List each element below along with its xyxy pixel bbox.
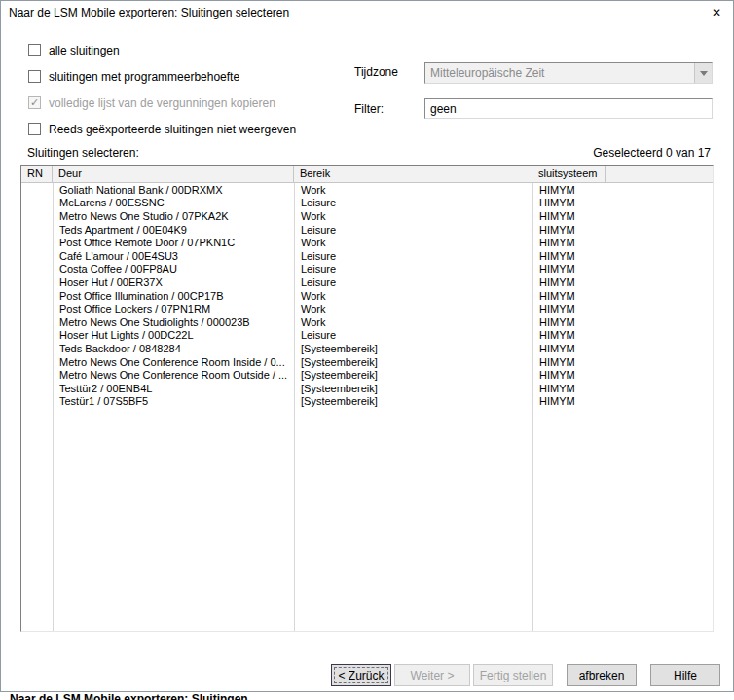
cell-bereik: Leisure xyxy=(294,250,532,262)
cell-bereik: [Systeembereik] xyxy=(294,343,532,354)
button-row: < Zurück Weiter > Fertig stellen afbreke… xyxy=(328,664,720,686)
finish-button: Fertig stellen xyxy=(473,664,553,686)
table-row[interactable]: Post Office Lockers / 07PN1RMWorkHIMYM xyxy=(21,302,713,315)
cell-bereik: Work xyxy=(294,316,532,328)
table-row[interactable]: Post Office Illumination / 00CP17BWorkHI… xyxy=(21,289,713,303)
column-header-sluitsysteem[interactable]: sluitsysteem xyxy=(532,166,606,182)
cell-sluitsysteem: HIMYM xyxy=(532,197,606,208)
table-row[interactable]: Post Office Remote Door / 07PKN1CWorkHIM… xyxy=(21,236,713,249)
titlebar: Naar de LSM Mobile exporteren: Sluitinge… xyxy=(1,1,733,24)
cell-sluitsysteem: HIMYM xyxy=(532,383,606,394)
column-header-rn[interactable]: RN xyxy=(21,166,53,182)
column-header-empty[interactable] xyxy=(606,166,713,182)
cancel-button[interactable]: afbreken xyxy=(567,664,637,686)
tijdzone-label: Tijdzone xyxy=(354,65,398,79)
table-row[interactable]: Café L'amour / 00E4SU3LeisureHIMYM xyxy=(21,249,713,263)
cell-bereik: Leisure xyxy=(294,197,532,208)
cell-bereik: [Systeembereik] xyxy=(294,356,532,368)
help-button[interactable]: Hilfe xyxy=(650,664,720,686)
table-row[interactable]: Teds Apartment / 00E04K9LeisureHIMYM xyxy=(21,223,713,237)
cell-deur: Metro News One Studiolights / 000023B xyxy=(53,316,294,328)
table-row[interactable]: Metro News One Studiolights / 000023BWor… xyxy=(21,315,713,329)
cell-deur: McLarens / 00ESSNC xyxy=(53,197,294,208)
cell-deur: Post Office Lockers / 07PN1RM xyxy=(53,303,294,314)
cell-bereik: Work xyxy=(294,290,532,302)
cell-sluitsysteem: HIMYM xyxy=(532,184,606,196)
table-row[interactable]: Goliath National Bank / 00DRXMXWorkHIMYM xyxy=(21,183,713,197)
filter-input[interactable]: geen xyxy=(424,98,713,119)
cell-deur: Metro News One Conference Room Inside / … xyxy=(53,356,294,368)
table-row[interactable]: Testtür2 / 00ENB4L[Systeembereik]HIMYM xyxy=(21,382,713,395)
checkbox-icon[interactable] xyxy=(28,70,41,83)
table-body: Goliath National Bank / 00DRXMXWorkHIMYM… xyxy=(21,183,713,631)
next-button: Weiter > xyxy=(394,664,470,686)
table-row[interactable]: Teds Backdoor / 0848284[Systeembereik]HI… xyxy=(21,342,713,355)
cell-bereik: [Systeembereik] xyxy=(294,369,532,381)
window-title: Naar de LSM Mobile exporteren: Sluitinge… xyxy=(9,6,700,19)
cell-bereik: Work xyxy=(294,237,532,248)
cell-sluitsysteem: HIMYM xyxy=(532,303,606,314)
cell-bereik: Leisure xyxy=(294,276,532,288)
table-row[interactable]: Hoser Hut Lights / 00DC22LLeisureHIMYM xyxy=(21,329,713,343)
sluitingen-table: RN Deur Bereik sluitsysteem Goliath Nati… xyxy=(20,165,714,632)
checkbox-icon[interactable] xyxy=(28,123,41,135)
tijdzone-value: Mitteleuropäische Zeit xyxy=(425,66,694,80)
cell-sluitsysteem: HIMYM xyxy=(532,316,606,328)
checkbox-icon[interactable] xyxy=(28,44,41,56)
checkbox-volledige-lijst: ✓ volledige lijst van de vergunningen ko… xyxy=(28,96,296,109)
cell-deur: Post Office Illumination / 00CP17B xyxy=(53,290,294,302)
table-header: RN Deur Bereik sluitsysteem xyxy=(21,166,713,183)
list-caption: Sluitingen selecteren: xyxy=(27,146,139,160)
checkbox-checked-icon: ✓ xyxy=(28,96,41,109)
column-header-deur[interactable]: Deur xyxy=(53,166,294,182)
column-header-bereik[interactable]: Bereik xyxy=(294,166,532,182)
checkbox-label: Reeds geëxporteerde sluitingen niet weer… xyxy=(49,123,296,136)
checkbox-reeds-geexporteerd[interactable]: Reeds geëxporteerde sluitingen niet weer… xyxy=(28,123,296,135)
export-dialog: Naar de LSM Mobile exporteren: Sluitinge… xyxy=(0,0,734,692)
table-row[interactable]: Hoser Hut / 00ER37XLeisureHIMYM xyxy=(21,276,713,289)
table-row[interactable]: Metro News One Conference Room Outside /… xyxy=(21,368,713,382)
checkbox-alle-sluitingen[interactable]: alle sluitingen xyxy=(28,44,296,56)
cell-deur: Costa Coffee / 00FP8AU xyxy=(53,263,294,275)
cell-bereik: Leisure xyxy=(294,329,532,341)
cell-sluitsysteem: HIMYM xyxy=(532,224,606,236)
cell-deur: Teds Apartment / 00E04K9 xyxy=(53,224,294,236)
cell-bereik: Work xyxy=(294,210,532,222)
table-row[interactable]: McLarens / 00ESSNCLeisureHIMYM xyxy=(21,197,713,210)
background-window-title: Naar de LSM Mobile exporteren: Sluitinge… xyxy=(0,692,734,700)
cell-sluitsysteem: HIMYM xyxy=(532,276,606,288)
checkbox-label: alle sluitingen xyxy=(49,44,120,57)
checkbox-label: volledige lijst van de vergunningen kopi… xyxy=(49,96,275,110)
dropdown-button xyxy=(694,63,712,83)
table-row[interactable]: Testür1 / 07S5BF5[Systeembereik]HIMYM xyxy=(21,395,713,409)
cell-deur: Goliath National Bank / 00DRXMX xyxy=(53,184,294,196)
cell-deur: Metro News One Conference Room Outside /… xyxy=(53,369,294,381)
selection-status: Geselecteerd 0 van 17 xyxy=(593,146,711,160)
cell-sluitsysteem: HIMYM xyxy=(532,343,606,354)
table-row[interactable]: Costa Coffee / 00FP8AULeisureHIMYM xyxy=(21,263,713,276)
cell-sluitsysteem: HIMYM xyxy=(532,395,606,407)
table-row[interactable]: Metro News One Studio / 07PKA2KWorkHIMYM xyxy=(21,209,713,223)
cell-bereik: Work xyxy=(294,184,532,196)
cell-deur: Teds Backdoor / 0848284 xyxy=(53,343,294,354)
cell-deur: Hoser Hut Lights / 00DC22L xyxy=(53,329,294,341)
cell-deur: Testür1 / 07S5BF5 xyxy=(53,395,294,407)
cell-sluitsysteem: HIMYM xyxy=(532,329,606,341)
cell-bereik: Work xyxy=(294,303,532,314)
cell-deur: Café L'amour / 00E4SU3 xyxy=(53,250,294,262)
checkbox-label: sluitingen met programmeerbehoefte xyxy=(49,70,239,84)
checkbox-programmeerbehoefte[interactable]: sluitingen met programmeerbehoefte xyxy=(28,70,296,83)
cell-bereik: [Systeembereik] xyxy=(294,383,532,394)
background-window-sliver: Naar de LSM Mobile exporteren: Sluitinge… xyxy=(0,692,734,700)
back-button[interactable]: < Zurück xyxy=(331,664,391,686)
cell-sluitsysteem: HIMYM xyxy=(532,356,606,368)
filter-label: Filter: xyxy=(354,102,384,116)
checkbox-group: alle sluitingen sluitingen met programme… xyxy=(28,44,296,135)
cell-bereik: Leisure xyxy=(294,263,532,275)
close-icon[interactable]: ✕ xyxy=(700,1,733,24)
filter-value: geen xyxy=(430,102,457,116)
cell-deur: Metro News One Studio / 07PKA2K xyxy=(53,210,294,222)
cell-sluitsysteem: HIMYM xyxy=(532,210,606,222)
cell-sluitsysteem: HIMYM xyxy=(532,290,606,302)
table-row[interactable]: Metro News One Conference Room Inside / … xyxy=(21,355,713,369)
